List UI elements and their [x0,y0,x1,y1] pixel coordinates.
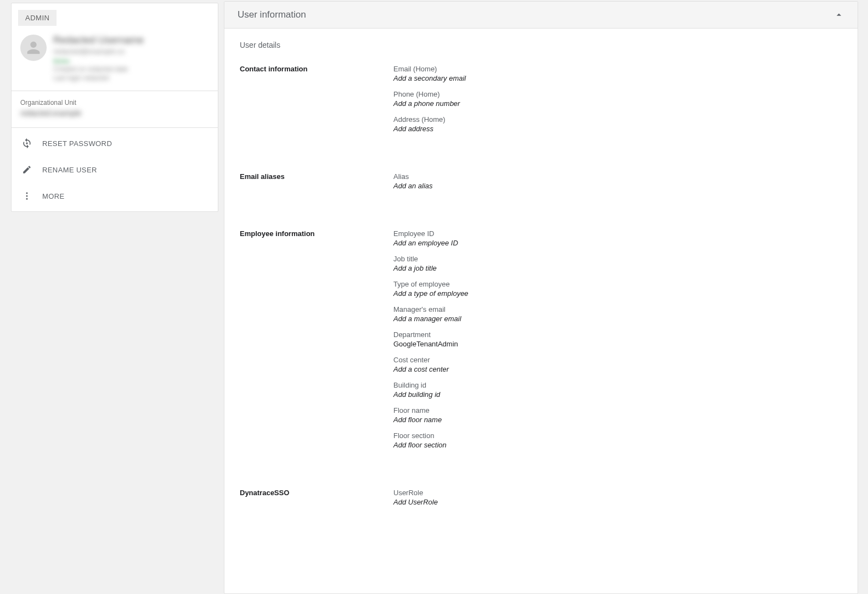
employee-id-field: Employee ID Add an employee ID [393,229,842,247]
user-status-redacted: Active [53,58,209,64]
alias-label: Alias [393,172,842,181]
dynatrace-sso-section: DynatraceSSO UserRole Add UserRole [240,489,842,514]
rename-user-label: RENAME USER [42,166,97,174]
user-name-redacted: Redacted Username [53,35,209,46]
person-icon [24,38,43,57]
add-employee-id[interactable]: Add an employee ID [393,239,842,247]
add-floor-section[interactable]: Add floor section [393,441,842,449]
user-lastlogin-redacted: Last login redacted [53,74,209,82]
phone-home-label: Phone (Home) [393,90,842,98]
panel-title: User information [238,9,306,20]
employee-type-label: Type of employee [393,280,842,288]
employee-information-label: Employee information [240,229,393,457]
dynatrace-sso-label: DynatraceSSO [240,489,393,514]
user-role-label: UserRole [393,489,842,497]
floor-name-field: Floor name Add floor name [393,406,842,424]
action-list: RESET PASSWORD RENAME USER MORE [12,128,218,211]
floor-name-label: Floor name [393,406,842,414]
org-section: Organizational Unit redacted.example [12,91,218,127]
rename-user-button[interactable]: RENAME USER [12,156,218,183]
address-home-field: Address (Home) Add address [393,115,842,133]
cost-center-field: Cost center Add a cost center [393,356,842,373]
department-value[interactable]: GoogleTenantAdmin [393,340,842,348]
email-home-field: Email (Home) Add a secondary email [393,65,842,82]
more-button[interactable]: MORE [12,183,218,209]
employee-information-section: Employee information Employee ID Add an … [240,229,842,457]
user-role-field: UserRole Add UserRole [393,489,842,506]
user-information-panel: User information User details Contact in… [224,1,858,594]
svg-point-0 [26,142,27,144]
panel-body: User details Contact information Email (… [224,29,858,592]
svg-point-3 [26,198,28,200]
floor-section-field: Floor section Add floor section [393,432,842,449]
add-alias[interactable]: Add an alias [393,182,842,190]
building-id-label: Building id [393,381,842,389]
department-field: Department GoogleTenantAdmin [393,330,842,348]
email-aliases-section: Email aliases Alias Add an alias [240,172,842,198]
reset-password-label: RESET PASSWORD [42,139,112,148]
add-phone-number[interactable]: Add a phone number [393,99,842,108]
more-label: MORE [42,192,65,200]
email-aliases-label: Email aliases [240,172,393,198]
user-details-heading: User details [240,41,842,49]
job-title-label: Job title [393,255,842,263]
department-label: Department [393,330,842,339]
add-manager-email[interactable]: Add a manager email [393,315,842,323]
add-user-role[interactable]: Add UserRole [393,498,842,506]
user-created-redacted: Created on redacted date [53,65,209,73]
admin-badge: ADMIN [18,10,57,26]
svg-point-2 [26,195,28,197]
org-unit-label: Organizational Unit [20,99,209,107]
more-vert-icon [21,190,32,201]
contact-information-label: Contact information [240,65,393,141]
add-cost-center[interactable]: Add a cost center [393,365,842,373]
user-header: Redacted Username redacted@example.co Ac… [12,26,218,91]
floor-section-label: Floor section [393,432,842,440]
panel-header[interactable]: User information [224,2,858,29]
employee-type-field: Type of employee Add a type of employee [393,280,842,298]
manager-email-label: Manager's email [393,305,842,313]
alias-field: Alias Add an alias [393,172,842,190]
add-employee-type[interactable]: Add a type of employee [393,289,842,298]
job-title-field: Job title Add a job title [393,255,842,272]
chevron-up-icon[interactable] [833,9,844,20]
avatar [20,35,47,61]
sidebar-card: ADMIN Redacted Username redacted@example… [11,3,218,212]
add-building-id[interactable]: Add building id [393,390,842,399]
user-meta: Redacted Username redacted@example.co Ac… [53,35,209,82]
pencil-icon [21,164,32,175]
add-job-title[interactable]: Add a job title [393,264,842,272]
phone-home-field: Phone (Home) Add a phone number [393,90,842,108]
contact-information-section: Contact information Email (Home) Add a s… [240,65,842,141]
user-email-redacted: redacted@example.co [53,47,209,55]
employee-id-label: Employee ID [393,229,842,238]
reset-password-button[interactable]: RESET PASSWORD [12,130,218,156]
add-secondary-email[interactable]: Add a secondary email [393,74,842,82]
add-address[interactable]: Add address [393,125,842,133]
org-unit-value-redacted: redacted.example [20,109,209,117]
cost-center-label: Cost center [393,356,842,364]
svg-point-1 [26,192,28,194]
building-id-field: Building id Add building id [393,381,842,399]
reset-password-icon [21,138,32,149]
manager-email-field: Manager's email Add a manager email [393,305,842,323]
email-home-label: Email (Home) [393,65,842,73]
address-home-label: Address (Home) [393,115,842,124]
add-floor-name[interactable]: Add floor name [393,416,842,424]
